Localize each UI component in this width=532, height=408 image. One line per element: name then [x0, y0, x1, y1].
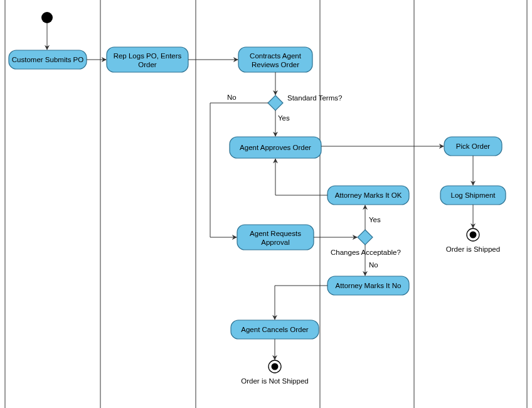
decision-standard-terms: Standard Terms?	[268, 94, 342, 110]
initial-node	[41, 12, 53, 23]
activity-label: Rep Logs PO, Enters	[114, 52, 182, 60]
activity-label: Agent Requests	[250, 230, 301, 237]
activity-agent-requests-approval: Agent Requests Approval	[237, 225, 314, 250]
activity-agent-approves-order: Agent Approves Order	[230, 137, 321, 158]
activity-label: Attorney Marks It OK	[335, 191, 402, 199]
decision-label: Standard Terms?	[287, 94, 342, 102]
svg-point-6	[41, 12, 53, 23]
activity-label: Agent Cancels Order	[241, 326, 309, 333]
activity-label: Order	[138, 61, 157, 68]
decision-changes-acceptable: Changes Acceptable?	[331, 230, 401, 256]
edge-label-yes: Yes	[369, 216, 381, 223]
activity-customer-submits-po: Customer Submits PO	[9, 50, 87, 69]
activity-label: Customer Submits PO	[12, 56, 83, 63]
decision-label: Changes Acceptable?	[331, 249, 401, 256]
edge-label-yes: Yes	[278, 114, 290, 122]
activity-label: Contracts Agent	[250, 52, 302, 60]
final-shipped: Order is Shipped	[446, 228, 500, 253]
activity-label: Log Shipment	[451, 191, 496, 199]
final-not-shipped: Order is Not Shipped	[241, 360, 308, 385]
activity-diagram: Customer Submits PO Rep Logs PO, Enters …	[0, 0, 532, 408]
activity-label: Pick Order	[456, 142, 490, 150]
activity-attorney-marks-no: Attorney Marks It No	[327, 276, 409, 295]
svg-point-18	[272, 363, 279, 370]
svg-marker-14	[358, 230, 373, 245]
activity-label: Approval	[261, 239, 289, 246]
activity-contracts-agent-reviews: Contracts Agent Reviews Order	[238, 47, 312, 72]
svg-marker-10	[268, 95, 283, 110]
activity-log-shipment: Log Shipment	[440, 186, 506, 205]
activity-rep-logs-po: Rep Logs PO, Enters Order	[107, 47, 188, 72]
edge-label-no: No	[227, 94, 237, 101]
activity-agent-cancels-order: Agent Cancels Order	[231, 320, 319, 339]
final-label: Order is Not Shipped	[241, 377, 308, 385]
activity-label: Reviews Order	[252, 61, 299, 68]
svg-point-22	[470, 232, 477, 239]
activity-label: Attorney Marks It No	[336, 282, 402, 289]
edge-label-no: No	[369, 261, 378, 269]
activity-label: Agent Approves Order	[240, 144, 311, 151]
final-label: Order is Shipped	[446, 245, 500, 253]
activity-attorney-marks-ok: Attorney Marks It OK	[327, 186, 409, 205]
activity-pick-order: Pick Order	[444, 137, 502, 156]
